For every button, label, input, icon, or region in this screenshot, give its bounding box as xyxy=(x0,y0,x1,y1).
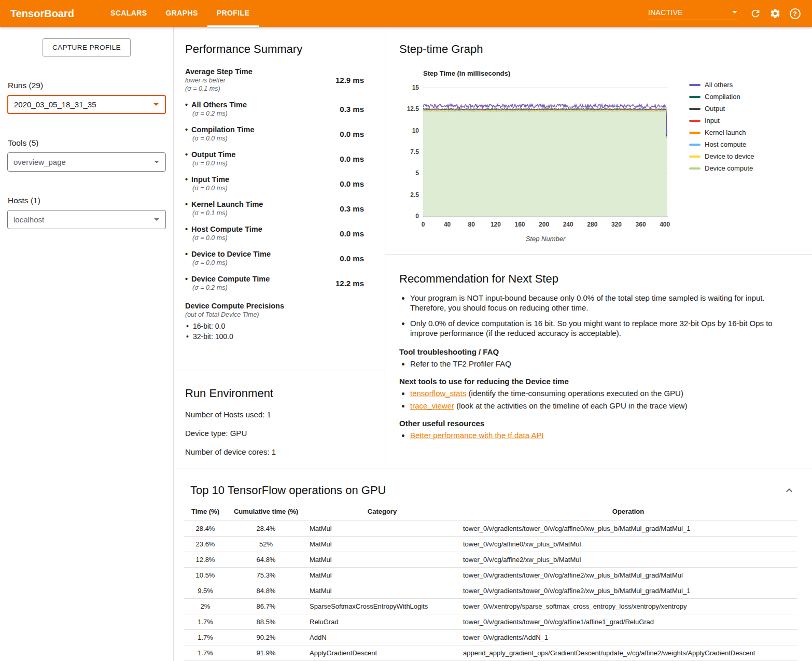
tab-scalars[interactable]: SCALARS xyxy=(101,0,156,27)
metric-sigma: (σ = 0.1 ms) xyxy=(192,209,263,217)
chevron-down-icon xyxy=(732,11,737,13)
tools-dropdown[interactable]: overview_page xyxy=(7,152,166,172)
precisions-note: (out of Total Device Time) xyxy=(185,311,364,318)
hosts-dropdown[interactable]: localhost xyxy=(7,210,166,229)
recommendation-bullet: Your program is NOT input-bound because … xyxy=(410,293,796,313)
tfdata-performance-link[interactable]: Better performance with the tf.data API xyxy=(410,431,544,440)
cell-time: 9.5% xyxy=(184,583,227,599)
metric-row: Average Step Time lower is better (σ = 0… xyxy=(185,67,364,92)
app-title: TensorBoard xyxy=(10,8,74,20)
faq-item: Refer to the TF2 Profiler FAQ xyxy=(410,359,796,369)
cell-time: 12.8% xyxy=(184,552,227,568)
cell-operation: tower_0/v/gradients/tower_0/v/cg/affine0… xyxy=(459,521,797,537)
cell-time: 1.7% xyxy=(184,630,227,645)
table-row: 1.7% 91.9% ApplyGradientDescent append_a… xyxy=(184,645,797,661)
collapse-button[interactable] xyxy=(781,482,797,500)
svg-text:360: 360 xyxy=(636,221,646,228)
cell-cumulative: 91.9% xyxy=(227,645,305,661)
legend-swatch-icon xyxy=(689,144,701,146)
cell-category: ApplyGradientDescent xyxy=(305,645,459,661)
precision-item: 16-bit: 0.0 xyxy=(186,322,364,330)
tab-graphs[interactable]: GRAPHS xyxy=(156,0,207,27)
metric-value: 0.0 ms xyxy=(340,154,364,163)
metric-value: 0.0 ms xyxy=(340,229,364,238)
metric-labels: Average Step Time lower is better (σ = 0… xyxy=(185,67,253,92)
svg-text:2.5: 2.5 xyxy=(410,191,419,199)
table-row: 2% 86.7% SparseSoftmaxCrossEntropyWithLo… xyxy=(184,599,797,614)
dropdown-arrow-icon xyxy=(154,161,159,163)
next-tools-heading: Next tools to use for reducing the Devic… xyxy=(399,377,796,386)
chart-legend: All othersCompilationOutputInputKernel l… xyxy=(689,81,754,176)
chart-wrap: Step Time (in milliseconds) 02.557.51012… xyxy=(399,69,800,243)
resource-item: Better performance with the tf.data API xyxy=(410,430,796,441)
help-button[interactable]: ? xyxy=(785,3,805,24)
precisions-title: Device Compute Precisions xyxy=(185,302,364,310)
settings-button[interactable] xyxy=(765,3,785,24)
next-tool-item: tensorflow_stats (identify the time-cons… xyxy=(410,388,796,399)
svg-text:280: 280 xyxy=(587,221,597,228)
cell-category: SparseSoftmaxCrossEntropyWithLogits xyxy=(305,599,459,614)
legend-label: Device to device xyxy=(705,152,754,160)
status-dropdown[interactable]: INACTIVE xyxy=(647,7,738,20)
legend-label: All others xyxy=(705,81,733,89)
refresh-button[interactable] xyxy=(746,3,765,24)
metric-value: 0.0 ms xyxy=(340,179,364,188)
recommendation-section: Recommendation for Next Step Your progra… xyxy=(385,254,812,469)
column-header-category: Category xyxy=(305,505,459,521)
run-environment-line: Device type: GPU xyxy=(185,429,373,438)
resources-heading: Other useful resources xyxy=(399,419,796,428)
legend-swatch-icon xyxy=(689,167,701,170)
cell-category: AddN xyxy=(305,630,459,645)
metric-sigma: (σ = 0.0 ms) xyxy=(192,185,229,192)
page-body: CAPTURE PROFILE Runs (29) 2020_03_05_18_… xyxy=(0,27,812,661)
cell-category: MatMul xyxy=(305,537,459,552)
right-column: Step-time Graph Step Time (in millisecon… xyxy=(385,27,812,469)
hosts-label: Hosts (1) xyxy=(8,196,166,205)
metric-row: Kernel Launch Time (σ = 0.1 ms) 0.3 ms xyxy=(185,200,364,217)
metric-sigma: (σ = 0.0 ms) xyxy=(192,135,254,142)
metric-value: 0.3 ms xyxy=(340,204,364,213)
tools-label: Tools (5) xyxy=(8,138,166,148)
gear-icon xyxy=(769,8,781,19)
performance-summary-title: Performance Summary xyxy=(185,43,364,56)
cell-cumulative: 28.4% xyxy=(227,521,305,537)
metric-label: Device to Device Time xyxy=(185,250,271,258)
legend-item: Host compute xyxy=(689,140,754,148)
recommendation-bullet: Only 0.0% of device computation is 16 bi… xyxy=(410,318,796,338)
tab-profile[interactable]: PROFILE xyxy=(207,0,259,27)
cell-operation: tower_0/v/xentropy/sparse_softmax_cross_… xyxy=(459,599,797,614)
table-row: 28.4% 28.4% MatMul tower_0/v/gradients/t… xyxy=(184,521,797,537)
cell-operation: append_apply_gradient_ops/GradientDescen… xyxy=(459,645,797,661)
cell-category: MatMul xyxy=(305,552,459,568)
main-content: Performance Summary Average Step Time lo… xyxy=(174,27,812,661)
metric-row: Input Time (σ = 0.0 ms) 0.0 ms xyxy=(185,175,364,192)
cell-time: 1.7% xyxy=(184,645,227,661)
hosts-dropdown-value: localhost xyxy=(13,215,44,224)
next-tool-item: trace_viewer (look at the activities on … xyxy=(410,401,796,411)
capture-profile-button[interactable]: CAPTURE PROFILE xyxy=(43,38,131,57)
legend-item: Device to device xyxy=(689,152,754,160)
status-dropdown-value: INACTIVE xyxy=(648,8,683,17)
nav-tabs: SCALARS GRAPHS PROFILE xyxy=(101,0,259,27)
chart-title: Step Time (in milliseconds) xyxy=(423,69,682,77)
step-time-chart: 02.557.51012.515040801201602002402803203… xyxy=(399,83,682,231)
trace-viewer-link[interactable]: trace_viewer xyxy=(410,401,454,410)
table-header-row: Time (%) Cumulative time (%) Category Op… xyxy=(184,505,797,521)
help-icon: ? xyxy=(790,8,801,19)
svg-text:200: 200 xyxy=(539,221,549,228)
chevron-up-icon xyxy=(783,484,795,497)
top-ops-section: Top 10 TensorFlow operations on GPU Time… xyxy=(174,469,812,661)
metric-sigma: (σ = 0.0 ms) xyxy=(192,160,235,167)
legend-swatch-icon xyxy=(689,132,701,134)
tensorflow-stats-link[interactable]: tensorflow_stats xyxy=(410,389,466,398)
runs-dropdown[interactable]: 2020_03_05_18_31_35 xyxy=(7,95,166,114)
svg-text:40: 40 xyxy=(444,221,451,228)
cell-category: MatMul xyxy=(305,521,459,537)
metric-row: All Others Time (σ = 0.2 ms) 0.3 ms xyxy=(185,101,364,117)
top-ops-header: Top 10 TensorFlow operations on GPU xyxy=(184,476,801,505)
cell-category: ReluGrad xyxy=(305,614,459,630)
legend-swatch-icon xyxy=(689,120,701,122)
metric-row: Device Compute Time (σ = 0.2 ms) 12.2 ms xyxy=(185,275,364,291)
step-time-graph-section: Step-time Graph Step Time (in millisecon… xyxy=(385,27,812,254)
run-environment-line: Number of device cores: 1 xyxy=(185,447,373,456)
